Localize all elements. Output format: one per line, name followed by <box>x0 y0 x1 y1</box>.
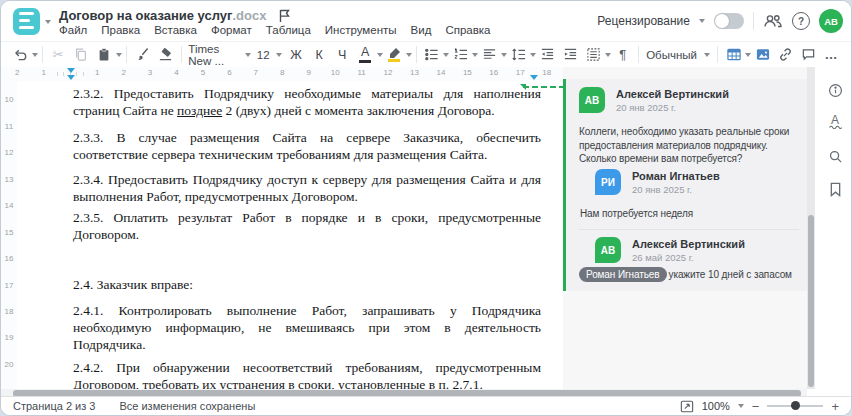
align-button[interactable] <box>478 44 501 66</box>
paragraph-style-select[interactable]: Обычный <box>643 44 713 66</box>
left-indent-marker[interactable] <box>67 75 75 80</box>
more-tools-button[interactable]: … <box>820 44 843 66</box>
save-status: Все изменения сохранены <box>119 400 255 412</box>
ruler-number: 9 <box>296 68 322 77</box>
document-text[interactable]: 2.3.2. Предоставить Подрядчику необходим… <box>73 85 541 414</box>
clear-style-button[interactable] <box>154 44 177 66</box>
menu-item[interactable]: Инструменты <box>325 24 397 36</box>
paste-caret-icon[interactable] <box>116 53 122 57</box>
increase-indent-button[interactable] <box>559 44 582 66</box>
italic-button[interactable]: К <box>308 44 331 66</box>
ruler-number: 8 <box>269 68 295 77</box>
undo-button[interactable] <box>9 44 32 66</box>
ruler-number: 18 <box>1 307 17 333</box>
ruler-numbers: 123456789101112131415161718 <box>84 68 560 77</box>
format-painter-button[interactable] <box>131 44 154 66</box>
ruler-number: 13 <box>1 175 17 201</box>
collaboration-icon[interactable] <box>763 13 783 29</box>
user-avatar[interactable]: АВ <box>819 9 843 33</box>
doc-paragraph[interactable]: 2.3.2. Предоставить Подрядчику необходим… <box>73 85 541 119</box>
show-marks-button[interactable]: ¶ <box>611 44 634 66</box>
document-page[interactable]: 2.3.2. Предоставить Подрядчику необходим… <box>17 81 563 389</box>
font-color-caret-icon[interactable] <box>377 53 383 57</box>
help-icon[interactable]: ? <box>792 12 810 30</box>
zoom-value[interactable]: 100% <box>702 400 730 412</box>
flag-icon[interactable] <box>278 9 290 23</box>
first-line-indent-marker[interactable] <box>67 68 75 73</box>
cut-button[interactable]: ✂ <box>47 44 70 66</box>
font-size-caret-icon <box>276 53 282 57</box>
doc-paragraph[interactable]: 2.3.4. Предоставить Подрядчику доступ к … <box>73 171 541 205</box>
app-logo-icon[interactable] <box>13 8 40 35</box>
ruler-number: 14 <box>1 201 17 227</box>
underline-button[interactable]: Ч <box>331 44 354 66</box>
menu-item[interactable]: Формат <box>211 24 252 36</box>
vertical-scrollbar-thumb[interactable] <box>808 215 814 387</box>
ruler-number: 14 <box>428 68 454 77</box>
ruler-number: 1 <box>30 68 56 77</box>
menu-item[interactable]: Справка <box>445 24 490 36</box>
ruler-number: 15 <box>1 228 17 254</box>
commented-text[interactable]: позднее <box>177 103 222 118</box>
document-extension: .docx <box>232 8 266 23</box>
bold-button[interactable]: Ж <box>285 44 308 66</box>
highlight-caret-icon[interactable] <box>406 53 412 57</box>
info-icon[interactable] <box>826 81 844 99</box>
fit-page-icon[interactable] <box>680 400 694 413</box>
comment-text: Коллеги, необходимо указать реальные сро… <box>579 125 797 166</box>
undo-caret-icon[interactable] <box>32 53 38 57</box>
paragraph-settings-button[interactable] <box>582 44 605 66</box>
app-window: Договор на оказание услуг.docx ФайлПравк… <box>0 0 852 416</box>
doc-paragraph[interactable]: 2.3.3. В случае размещения Сайта на серв… <box>73 129 541 163</box>
zoom-slider-knob[interactable] <box>791 401 800 410</box>
review-mode-label[interactable]: Рецензирование <box>597 14 690 28</box>
menu-item[interactable]: Файл <box>59 24 87 36</box>
doc-paragraph[interactable]: 2.4.1. Контролировать выполнение Работ, … <box>73 302 541 353</box>
insert-image-button[interactable] <box>751 44 774 66</box>
review-caret-icon[interactable] <box>699 19 705 23</box>
comment-thread-card[interactable]: АВ Алексей Вертинский 20 янв 2025 г. Кол… <box>563 79 807 291</box>
bullet-list-button[interactable] <box>420 44 443 66</box>
page-indicator[interactable]: Страница 2 из 3 <box>13 400 95 412</box>
ruler-number: 2 <box>4 68 30 77</box>
review-toggle[interactable] <box>714 13 744 29</box>
vertical-ruler[interactable]: 91011121314151617181920 <box>1 81 17 389</box>
font-size-select[interactable]: 12 <box>254 44 285 66</box>
vertical-scrollbar[interactable] <box>807 67 815 389</box>
insert-comment-button[interactable] <box>797 44 820 66</box>
insert-link-button[interactable] <box>774 44 797 66</box>
decrease-indent-button[interactable] <box>536 44 559 66</box>
bookmark-icon[interactable] <box>826 180 844 198</box>
zoom-in-button[interactable]: + <box>831 400 839 413</box>
font-family-select[interactable]: Times New ... <box>185 44 254 66</box>
logo-menu-caret-icon[interactable] <box>45 20 51 24</box>
menu-item[interactable]: Вставка <box>154 24 197 36</box>
numbered-list-button[interactable] <box>449 44 472 66</box>
spellcheck-icon[interactable]: А <box>826 113 844 131</box>
highlight-color-button[interactable] <box>383 44 406 66</box>
menu-item[interactable]: Вид <box>411 24 432 36</box>
menu-item[interactable]: Таблица <box>266 24 311 36</box>
zoom-out-button[interactable]: − <box>752 400 760 413</box>
zoom-caret-icon[interactable] <box>738 404 744 408</box>
style-caret-icon <box>704 53 710 57</box>
toggle-knob[interactable] <box>715 14 729 28</box>
doc-paragraph[interactable]: 2.4. Заказчик вправе: <box>73 276 541 293</box>
search-icon[interactable] <box>826 147 844 165</box>
right-indent-marker[interactable] <box>530 75 538 80</box>
line-spacing-button[interactable] <box>507 44 530 66</box>
insert-table-button[interactable] <box>722 44 745 66</box>
ruler-number: 7 <box>243 68 269 77</box>
paste-button[interactable] <box>93 44 116 66</box>
copy-button[interactable] <box>70 44 93 66</box>
ruler-number: 9 <box>1 81 17 95</box>
menu-item[interactable]: Правка <box>101 24 140 36</box>
comment-avatar: АВ <box>579 87 605 113</box>
font-color-button[interactable]: А <box>354 44 377 66</box>
clause-text[interactable]: 2 (двух) дней с момента заключения Догов… <box>222 103 495 118</box>
doc-paragraph[interactable]: 2.3.5. Оплатить результат Работ в порядк… <box>73 209 541 243</box>
comment-date: 26 май 2025 г. <box>632 252 694 263</box>
zoom-slider[interactable] <box>767 405 823 407</box>
doc-paragraph[interactable]: 2.4.2. При обнаружении несоответствий тр… <box>73 359 541 393</box>
horizontal-ruler[interactable]: 21 123456789101112131415161718 <box>1 67 563 81</box>
